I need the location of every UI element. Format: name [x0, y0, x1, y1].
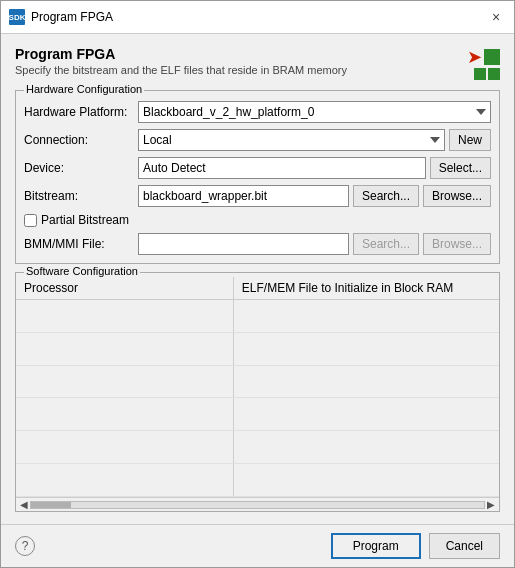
device-control: Select...: [138, 157, 491, 179]
horizontal-scrollbar[interactable]: ◀ ▶: [16, 497, 499, 511]
bitstream-input[interactable]: [138, 185, 349, 207]
device-row: Device: Select...: [24, 157, 491, 179]
connection-label: Connection:: [24, 133, 134, 147]
bmm-row: BMM/MMI File: Search... Browse...: [24, 233, 491, 255]
connection-control: Local New: [138, 129, 491, 151]
title-bar: SDK Program FPGA ×: [1, 1, 514, 34]
close-button[interactable]: ×: [486, 7, 506, 27]
hardware-platform-row: Hardware Platform: Blackboard_v_2_hw_pla…: [24, 101, 491, 123]
bitstream-label: Bitstream:: [24, 189, 134, 203]
table-row: [16, 365, 499, 398]
dialog-header: Program FPGA Specify the bitstream and t…: [15, 46, 500, 80]
bmm-control: Search... Browse...: [138, 233, 491, 255]
table-row: [16, 431, 499, 464]
bmm-browse-button[interactable]: Browse...: [423, 233, 491, 255]
bitstream-search-button[interactable]: Search...: [353, 185, 419, 207]
table-row: [16, 464, 499, 497]
partial-bitstream-label: Partial Bitstream: [41, 213, 129, 227]
device-input[interactable]: [138, 157, 426, 179]
scroll-left-arrow[interactable]: ◀: [18, 499, 30, 510]
help-button[interactable]: ?: [15, 536, 35, 556]
dialog-content: Program FPGA Specify the bitstream and t…: [1, 34, 514, 524]
scrollbar-track[interactable]: [30, 501, 485, 509]
program-fpga-dialog: SDK Program FPGA × Program FPGA Specify …: [0, 0, 515, 568]
device-label: Device:: [24, 161, 134, 175]
fpga-block-3: [488, 68, 500, 80]
partial-bitstream-row: Partial Bitstream: [24, 213, 491, 227]
sw-col2-header: ELF/MEM File to Initialize in Block RAM: [233, 277, 499, 300]
select-button[interactable]: Select...: [430, 157, 491, 179]
bmm-input[interactable]: [138, 233, 349, 255]
fpga-icon: ➤: [467, 48, 500, 80]
cancel-button[interactable]: Cancel: [429, 533, 500, 559]
connection-row: Connection: Local New: [24, 129, 491, 151]
title-bar-title: Program FPGA: [31, 10, 113, 24]
program-button[interactable]: Program: [331, 533, 421, 559]
fpga-block-1: [484, 49, 500, 65]
hardware-platform-select[interactable]: Blackboard_v_2_hw_platform_0: [138, 101, 491, 123]
bmm-search-button[interactable]: Search...: [353, 233, 419, 255]
scrollbar-thumb[interactable]: [31, 502, 71, 508]
dialog-subtitle: Specify the bitstream and the ELF files …: [15, 64, 347, 76]
sw-col1-header: Processor: [16, 277, 233, 300]
hardware-platform-label: Hardware Platform:: [24, 105, 134, 119]
title-bar-left: SDK Program FPGA: [9, 9, 113, 25]
connection-select[interactable]: Local: [138, 129, 445, 151]
fpga-icon-row-2: [467, 68, 500, 80]
sw-table-wrapper: Processor ELF/MEM File to Initialize in …: [16, 277, 499, 497]
fpga-block-2: [474, 68, 486, 80]
fpga-icon-row-1: ➤: [467, 48, 500, 66]
bitstream-control: Search... Browse...: [138, 185, 491, 207]
new-button[interactable]: New: [449, 129, 491, 151]
dialog-title-section: Program FPGA Specify the bitstream and t…: [15, 46, 347, 76]
scroll-right-arrow[interactable]: ▶: [485, 499, 497, 510]
hardware-platform-control: Blackboard_v_2_hw_platform_0: [138, 101, 491, 123]
software-config-label: Software Configuration: [24, 265, 140, 277]
footer-buttons: Program Cancel: [331, 533, 500, 559]
sdk-icon: SDK: [9, 9, 25, 25]
footer: ? Program Cancel: [1, 524, 514, 567]
sw-table: Processor ELF/MEM File to Initialize in …: [16, 277, 499, 497]
sw-table-body: [16, 300, 499, 497]
table-row: [16, 332, 499, 365]
table-row: [16, 398, 499, 431]
bmm-label: BMM/MMI File:: [24, 237, 134, 251]
dialog-main-title: Program FPGA: [15, 46, 347, 62]
hardware-config-label: Hardware Configuration: [24, 83, 144, 95]
table-row: [16, 300, 499, 333]
software-config-section: Software Configuration Processor ELF/MEM…: [15, 272, 500, 512]
partial-bitstream-checkbox[interactable]: [24, 214, 37, 227]
bitstream-browse-button[interactable]: Browse...: [423, 185, 491, 207]
arrow-icon: ➤: [467, 48, 482, 66]
hardware-config-section: Hardware Configuration Hardware Platform…: [15, 90, 500, 264]
bitstream-row: Bitstream: Search... Browse...: [24, 185, 491, 207]
